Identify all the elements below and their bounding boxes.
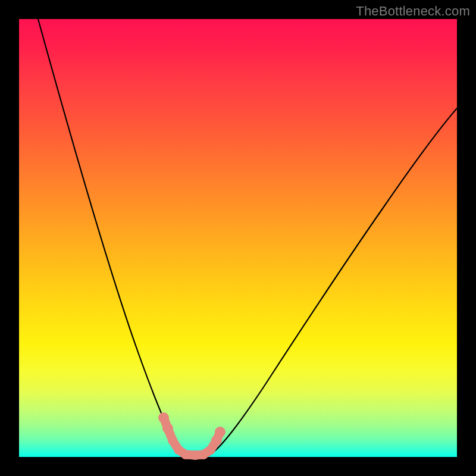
chart-plot-area — [19, 19, 457, 457]
bead-icon — [190, 450, 200, 460]
bead-icon — [206, 445, 215, 455]
watermark-text: TheBottleneck.com — [356, 4, 470, 19]
curve-left — [38, 19, 186, 455]
chart-frame: TheBottleneck.com — [0, 0, 476, 476]
bead-icon — [215, 427, 226, 437]
bead-icon — [168, 436, 177, 445]
bead-icon — [158, 412, 169, 423]
bead-icon — [181, 450, 190, 459]
chart-svg — [19, 19, 457, 457]
bead-icon — [162, 423, 173, 434]
curve-right — [209, 108, 457, 455]
